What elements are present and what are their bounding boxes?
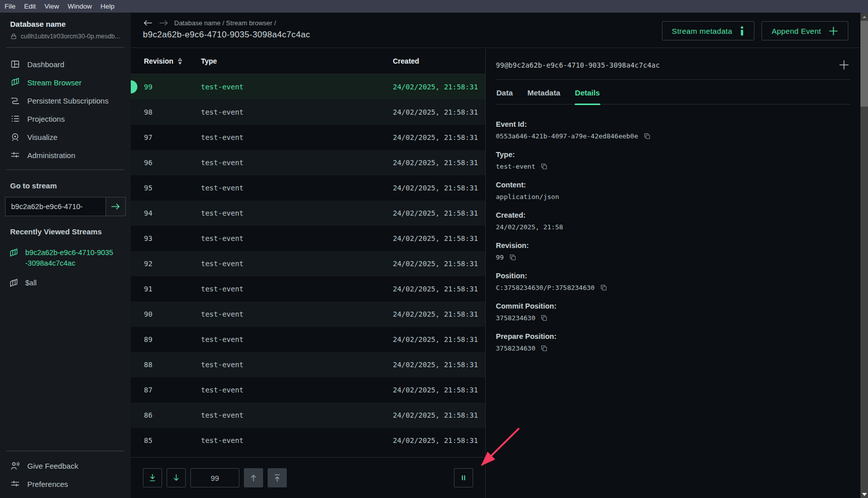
menu-item[interactable]: Window — [68, 3, 92, 10]
event-title: 99@b9c2a62b-e9c6-4710-9035-3098a4c7c4ac — [496, 61, 660, 69]
cell-created: 24/02/2025, 21:58:31 — [393, 184, 485, 192]
table-row[interactable]: 85 test-event 24/02/2025, 21:58:31 — [131, 428, 485, 453]
back-arrow-icon[interactable] — [143, 19, 153, 27]
table-row[interactable]: 96 test-event 24/02/2025, 21:58:31 — [131, 150, 485, 175]
cell-type: test-event — [201, 234, 393, 242]
arrow-down-to-line-icon — [148, 473, 157, 482]
goto-stream-input[interactable] — [5, 197, 106, 216]
cell-revision: 90 — [131, 310, 201, 318]
revision-input[interactable] — [190, 468, 239, 487]
stream-metadata-label: Stream metadata — [672, 27, 733, 35]
cell-revision: 95 — [131, 184, 201, 192]
field-label: Event Id: — [496, 120, 850, 128]
forward-arrow-icon[interactable] — [159, 19, 169, 27]
detail-field: Prepare Position: 3758234630 — [496, 332, 850, 352]
menu-item[interactable]: File — [5, 3, 16, 10]
detail-tab[interactable]: Details — [575, 80, 600, 104]
copy-icon[interactable] — [540, 163, 548, 170]
table-row[interactable]: 93 test-event 24/02/2025, 21:58:31 — [131, 226, 485, 251]
goto-stream-submit-button[interactable] — [106, 197, 126, 216]
newer-events-button[interactable] — [244, 468, 263, 487]
table-row[interactable]: 95 test-event 24/02/2025, 21:58:31 — [131, 175, 485, 201]
sidebar-item-projections[interactable]: Projections — [0, 110, 131, 128]
cell-type: test-event — [201, 209, 393, 217]
cell-revision: 88 — [131, 361, 201, 369]
detail-field: Created: 24/02/2025, 21:58 — [496, 211, 850, 231]
menu-item[interactable]: Edit — [24, 3, 36, 10]
cell-revision: 86 — [131, 411, 201, 419]
copy-icon[interactable] — [540, 314, 548, 322]
sliders-icon — [10, 479, 20, 489]
lock-icon — [10, 33, 17, 40]
copy-icon[interactable] — [600, 284, 607, 291]
table-row[interactable]: 88 test-event 24/02/2025, 21:58:31 — [131, 352, 485, 377]
table-row[interactable]: 87 test-event 24/02/2025, 21:58:31 — [131, 377, 485, 403]
stream-metadata-button[interactable]: Stream metadata — [662, 21, 755, 40]
events-table: Revision Type Created 99 test-event 24/0… — [131, 48, 486, 498]
jump-to-oldest-button[interactable] — [143, 468, 162, 487]
give-feedback-button[interactable]: Give Feedback — [0, 457, 131, 475]
menu-item[interactable]: View — [44, 3, 59, 10]
sidebar-item-label: Preferences — [27, 480, 68, 488]
table-row[interactable]: 98 test-event 24/02/2025, 21:58:31 — [131, 99, 485, 125]
sidebar-item-label: Administration — [27, 151, 75, 160]
append-event-button[interactable]: Append Event — [761, 21, 848, 40]
cell-type: test-event — [201, 285, 393, 293]
sidebar-item-stream-browser[interactable]: Stream Browser — [0, 73, 131, 91]
scroll-down-button[interactable] — [860, 493, 868, 496]
sidebar-item-visualize[interactable]: Visualize — [0, 128, 131, 146]
projections-icon — [10, 114, 20, 124]
arrow-up-icon — [249, 473, 258, 482]
recent-stream-item[interactable]: b9c2a62b-e9c6-4710-9035-3098a4c7c4ac — [0, 243, 131, 273]
sidebar-item-administration[interactable]: Administration — [0, 146, 131, 164]
jump-to-newest-button[interactable] — [268, 468, 287, 487]
sort-icon[interactable] — [177, 57, 183, 66]
detail-field: Type: test-event — [496, 151, 850, 170]
vertical-scrollbar[interactable] — [860, 13, 868, 498]
table-row[interactable]: 94 test-event 24/02/2025, 21:58:31 — [131, 201, 485, 226]
field-value: test-event — [496, 163, 535, 170]
scrollbar-thumb[interactable] — [860, 21, 868, 107]
field-label: Created: — [496, 211, 850, 219]
recent-stream-label: b9c2a62b-e9c6-4710-9035-3098a4c7c4ac — [25, 247, 114, 269]
cell-revision: 85 — [131, 436, 201, 444]
subscriptions-icon — [10, 95, 20, 106]
cell-type: test-event — [201, 83, 393, 91]
menu-item[interactable]: Help — [100, 3, 115, 10]
database-header: Database name cu8h1ubtv1lr03orcm30-0p.me… — [0, 13, 131, 42]
visualize-icon — [10, 132, 20, 142]
scroll-up-button[interactable] — [860, 13, 868, 21]
recent-stream-item[interactable]: $all — [0, 273, 131, 293]
sidebar-item-label: Stream Browser — [27, 78, 82, 87]
cell-revision: 98 — [131, 108, 201, 116]
table-row[interactable]: 92 test-event 24/02/2025, 21:58:31 — [131, 251, 485, 276]
cell-created: 24/02/2025, 21:58:31 — [393, 133, 485, 141]
table-row[interactable]: 91 test-event 24/02/2025, 21:58:31 — [131, 276, 485, 302]
table-row[interactable]: 97 test-event 24/02/2025, 21:58:31 — [131, 125, 485, 150]
table-row[interactable]: 89 test-event 24/02/2025, 21:58:31 — [131, 327, 485, 352]
cell-revision: 93 — [131, 234, 201, 242]
copy-icon[interactable] — [540, 344, 548, 352]
cell-created: 24/02/2025, 21:58:31 — [393, 83, 485, 91]
detail-tab[interactable]: Metadata — [527, 80, 561, 104]
older-events-button[interactable] — [167, 468, 186, 487]
table-row[interactable]: 99 test-event 24/02/2025, 21:58:31 — [131, 74, 485, 99]
preferences-button[interactable]: Preferences — [0, 475, 131, 493]
pause-live-updates-button[interactable] — [454, 468, 473, 487]
cell-revision: 92 — [131, 260, 201, 268]
sidebar-item-persistent-subscriptions[interactable]: Persistent Subscriptions — [0, 91, 131, 110]
add-icon[interactable] — [839, 60, 849, 70]
table-row[interactable]: 86 test-event 24/02/2025, 21:58:31 — [131, 403, 485, 428]
table-row[interactable]: 90 test-event 24/02/2025, 21:58:31 — [131, 302, 485, 327]
database-name: Database name — [10, 20, 121, 28]
database-host: cu8h1ubtv1lr03orcm30-0p.mesdb... — [10, 33, 121, 40]
sidebar-item-dashboard[interactable]: Dashboard — [0, 55, 131, 73]
cell-revision: 94 — [131, 209, 201, 217]
copy-icon[interactable] — [643, 132, 651, 140]
detail-tab[interactable]: Data — [496, 80, 514, 104]
cell-revision: 97 — [131, 133, 201, 141]
sidebar-item-label: Projections — [27, 115, 65, 123]
recent-stream-label: $all — [25, 278, 114, 288]
cell-revision: 91 — [131, 285, 201, 293]
copy-icon[interactable] — [509, 254, 517, 261]
